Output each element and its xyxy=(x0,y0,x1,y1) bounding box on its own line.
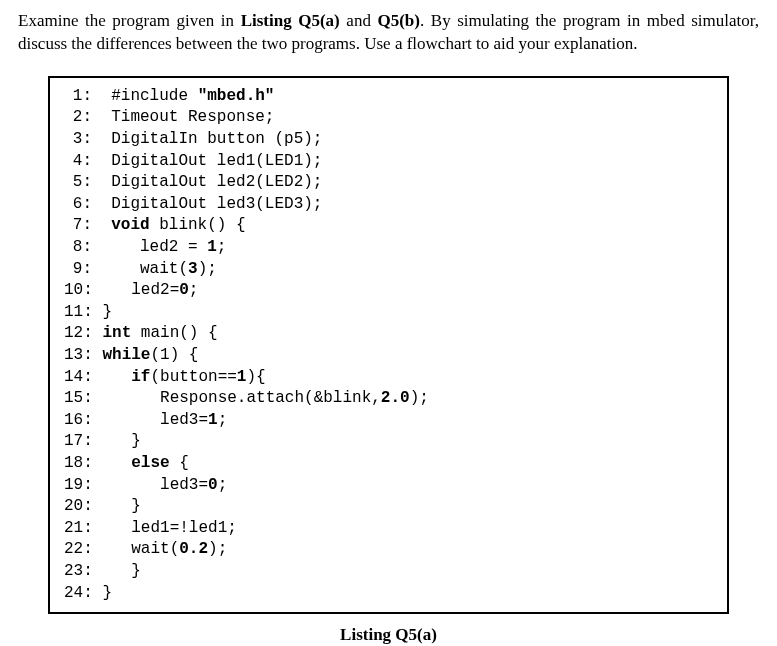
code-line: 9: wait(3); xyxy=(64,259,713,281)
code-segment: blink() { xyxy=(150,216,246,234)
code-segment: } xyxy=(93,584,112,602)
code-segment xyxy=(93,346,103,364)
code-segment: ){ xyxy=(246,368,265,386)
code-segment: } xyxy=(93,497,141,515)
code-line: 24: } xyxy=(64,583,713,605)
code-segment: DigitalOut led3(LED3); xyxy=(92,195,322,213)
code-line: 2: Timeout Response; xyxy=(64,107,713,129)
code-segment: Response.attach(&blink, xyxy=(93,389,381,407)
code-segment: led2 = xyxy=(92,238,207,256)
code-segment: ; xyxy=(218,411,228,429)
code-segment: "mbed.h" xyxy=(198,87,275,105)
code-segment: DigitalOut led2(LED2); xyxy=(92,173,322,191)
line-number: 20: xyxy=(64,496,93,518)
code-segment: DigitalOut led1(LED1); xyxy=(92,152,322,170)
code-line: 7: void blink() { xyxy=(64,215,713,237)
code-line: 22: wait(0.2); xyxy=(64,539,713,561)
line-number: 14: xyxy=(64,367,93,389)
line-number: 4: xyxy=(64,151,92,173)
code-segment: int xyxy=(102,324,131,342)
code-line: 20: } xyxy=(64,496,713,518)
code-segment: led3= xyxy=(93,411,208,429)
question-paragraph: Examine the program given in Listing Q5(… xyxy=(18,10,759,56)
code-segment: wait( xyxy=(92,260,188,278)
line-number: 22: xyxy=(64,539,93,561)
line-number: 7: xyxy=(64,215,92,237)
code-segment xyxy=(93,368,131,386)
code-segment xyxy=(93,454,131,472)
line-number: 1: xyxy=(64,86,92,108)
code-segment: } xyxy=(93,432,141,450)
code-line: 3: DigitalIn button (p5); xyxy=(64,129,713,151)
code-line: 14: if(button==1){ xyxy=(64,367,713,389)
code-segment: (1) { xyxy=(150,346,198,364)
code-segment: ; xyxy=(218,476,228,494)
code-listing-box: 1: #include "mbed.h"2: Timeout Response;… xyxy=(48,76,729,614)
code-segment: 1 xyxy=(207,238,217,256)
code-line: 4: DigitalOut led1(LED1); xyxy=(64,151,713,173)
code-line: 5: DigitalOut led2(LED2); xyxy=(64,172,713,194)
line-number: 6: xyxy=(64,194,92,216)
code-line: 15: Response.attach(&blink,2.0); xyxy=(64,388,713,410)
code-segment: void xyxy=(111,216,149,234)
code-segment: (button== xyxy=(150,368,236,386)
code-line: 10: led2=0; xyxy=(64,280,713,302)
question-ref2: Q5(b) xyxy=(377,11,420,30)
line-number: 15: xyxy=(64,388,93,410)
code-line: 11: } xyxy=(64,302,713,324)
code-segment: Timeout Response; xyxy=(92,108,274,126)
line-number: 12: xyxy=(64,323,93,345)
code-segment: else xyxy=(131,454,169,472)
code-segment: main() { xyxy=(131,324,217,342)
code-segment: ); xyxy=(410,389,429,407)
code-segment: ); xyxy=(208,540,227,558)
code-segment: 2.0 xyxy=(381,389,410,407)
code-line: 23: } xyxy=(64,561,713,583)
code-line: 17: } xyxy=(64,431,713,453)
code-line: 19: led3=0; xyxy=(64,475,713,497)
code-segment: } xyxy=(93,562,141,580)
code-segment: ; xyxy=(217,238,227,256)
code-line: 21: led1=!led1; xyxy=(64,518,713,540)
line-number: 2: xyxy=(64,107,92,129)
line-number: 13: xyxy=(64,345,93,367)
line-number: 24: xyxy=(64,583,93,605)
line-number: 17: xyxy=(64,431,93,453)
code-line: 13: while(1) { xyxy=(64,345,713,367)
code-segment: if xyxy=(131,368,150,386)
line-number: 8: xyxy=(64,237,92,259)
question-ref1: Listing Q5(a) xyxy=(241,11,340,30)
code-line: 6: DigitalOut led3(LED3); xyxy=(64,194,713,216)
code-line: 12: int main() { xyxy=(64,323,713,345)
line-number: 10: xyxy=(64,280,93,302)
code-segment xyxy=(93,324,103,342)
line-number: 18: xyxy=(64,453,93,475)
code-segment: } xyxy=(93,303,112,321)
code-line: 1: #include "mbed.h" xyxy=(64,86,713,108)
code-segment: 1 xyxy=(237,368,247,386)
code-segment: led1=!led1; xyxy=(93,519,237,537)
code-segment: ); xyxy=(198,260,217,278)
line-number: 5: xyxy=(64,172,92,194)
code-segment: led3= xyxy=(93,476,208,494)
code-line: 8: led2 = 1; xyxy=(64,237,713,259)
code-line: 18: else { xyxy=(64,453,713,475)
code-segment: #include xyxy=(92,87,198,105)
code-segment: 1 xyxy=(208,411,218,429)
code-segment xyxy=(92,216,111,234)
code-segment: led2= xyxy=(93,281,179,299)
code-segment: wait( xyxy=(93,540,179,558)
question-text-2: and xyxy=(340,11,378,30)
line-number: 21: xyxy=(64,518,93,540)
code-segment: 0.2 xyxy=(179,540,208,558)
code-segment: 0 xyxy=(179,281,189,299)
code-segment: DigitalIn button (p5); xyxy=(92,130,322,148)
question-text-1: Examine the program given in xyxy=(18,11,241,30)
line-number: 16: xyxy=(64,410,93,432)
code-line: 16: led3=1; xyxy=(64,410,713,432)
line-number: 9: xyxy=(64,259,92,281)
code-segment: ; xyxy=(189,281,199,299)
code-segment: { xyxy=(170,454,189,472)
line-number: 11: xyxy=(64,302,93,324)
code-segment: 0 xyxy=(208,476,218,494)
